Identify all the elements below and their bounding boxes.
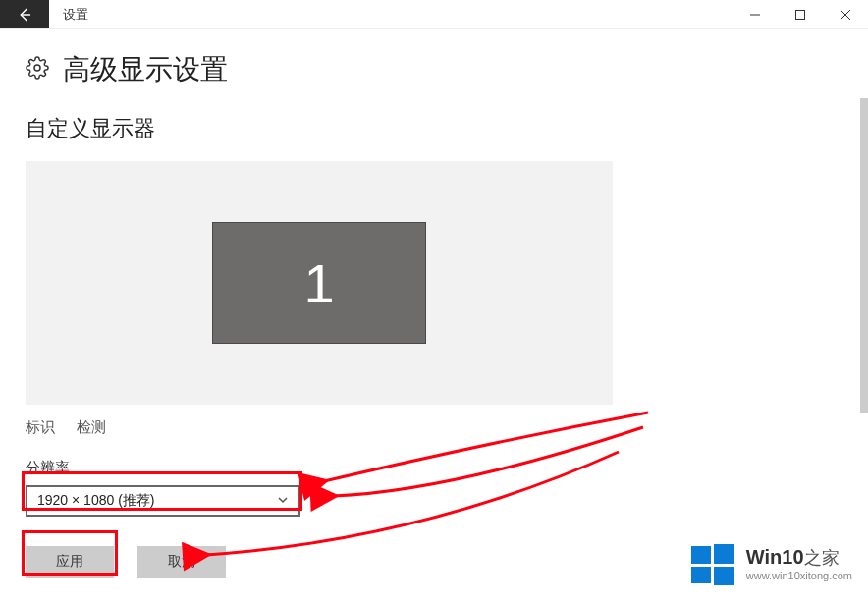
cancel-button[interactable]: 取消 — [137, 546, 226, 578]
window-title: 设置 — [49, 0, 102, 28]
monitor-preview: 1 — [26, 161, 613, 405]
apply-button[interactable]: 应用 — [26, 546, 114, 578]
identify-link[interactable]: 标识 — [26, 418, 55, 435]
svg-rect-2 — [796, 10, 805, 19]
maximize-button[interactable] — [778, 0, 823, 28]
resolution-dropdown[interactable]: 1920 × 1080 (推荐) — [26, 485, 300, 517]
close-icon — [841, 10, 850, 20]
resolution-label: 分辨率 — [26, 459, 839, 477]
arrow-left-icon — [16, 6, 33, 24]
svg-point-5 — [34, 65, 40, 71]
page-title: 高级显示设置 — [63, 51, 228, 88]
section-heading-custom-display: 自定义显示器 — [26, 114, 839, 143]
button-row: 应用 取消 — [26, 546, 839, 578]
window-controls — [732, 0, 868, 28]
content-area: 高级显示设置 自定义显示器 1 标识 检测 分辨率 1920 × 1080 (推… — [4, 29, 860, 605]
minimize-button[interactable] — [732, 0, 778, 28]
titlebar: 设置 — [0, 0, 868, 29]
resolution-value: 1920 × 1080 (推荐) — [37, 492, 154, 510]
chevron-down-icon — [277, 493, 289, 509]
minimize-icon — [750, 10, 760, 20]
monitor-number: 1 — [303, 251, 334, 315]
titlebar-spacer — [102, 0, 732, 28]
close-button[interactable] — [823, 0, 868, 28]
back-button[interactable] — [0, 0, 49, 28]
maximize-icon — [795, 10, 805, 20]
monitor-1[interactable]: 1 — [212, 222, 426, 344]
display-action-links: 标识 检测 — [26, 418, 839, 437]
page-header: 高级显示设置 — [26, 51, 839, 88]
gear-icon — [26, 56, 49, 83]
detect-link[interactable]: 检测 — [77, 418, 106, 435]
scrollbar-thumb[interactable] — [860, 98, 868, 412]
scrollbar[interactable] — [860, 29, 868, 605]
